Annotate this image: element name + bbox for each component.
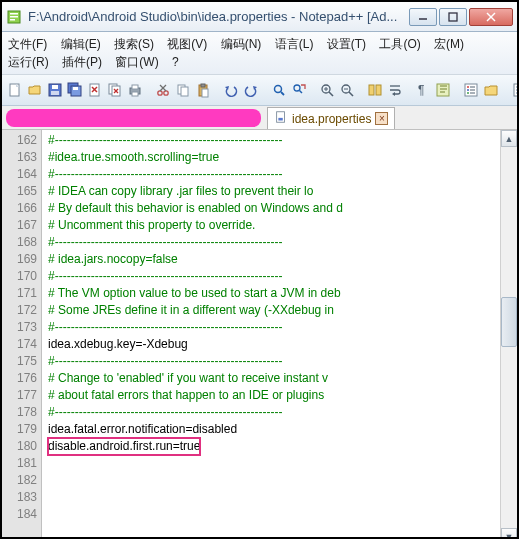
redacted-region (6, 109, 261, 127)
svg-line-39 (329, 92, 333, 96)
svg-rect-10 (52, 85, 58, 89)
menu-encoding[interactable]: 编码(N) (221, 37, 262, 51)
svg-rect-62 (516, 89, 517, 91)
menu-settings[interactable]: 设置(T) (327, 37, 366, 51)
svg-rect-65 (278, 118, 282, 121)
close-button[interactable] (469, 8, 513, 26)
tab-close-icon[interactable]: × (375, 112, 388, 125)
svg-point-25 (158, 91, 162, 95)
svg-rect-46 (376, 85, 381, 95)
svg-point-34 (275, 86, 282, 93)
svg-rect-1 (10, 13, 18, 15)
svg-rect-14 (73, 87, 78, 90)
svg-rect-45 (369, 85, 374, 95)
menu-bar: 文件(F) 编辑(E) 搜索(S) 视图(V) 编码(N) 语言(L) 设置(T… (2, 32, 517, 75)
svg-rect-61 (516, 86, 517, 88)
svg-rect-11 (51, 91, 59, 95)
close-file-icon[interactable] (86, 79, 104, 101)
menu-search[interactable]: 搜索(S) (114, 37, 154, 51)
indent-guide-icon[interactable] (434, 79, 452, 101)
undo-icon[interactable] (222, 79, 240, 101)
app-icon (6, 9, 22, 25)
line-number-gutter: 1621631641651661671681691701711721731741… (2, 130, 42, 539)
cut-icon[interactable] (154, 79, 172, 101)
open-file-icon[interactable] (26, 79, 44, 101)
toolbar: ¶ (2, 75, 517, 106)
svg-point-36 (294, 85, 300, 91)
find-icon[interactable] (270, 79, 288, 101)
code-area[interactable]: #---------------------------------------… (42, 130, 500, 539)
doc-map-icon[interactable] (510, 79, 517, 101)
replace-icon[interactable] (290, 79, 308, 101)
function-list-icon[interactable] (462, 79, 480, 101)
svg-rect-3 (10, 19, 15, 21)
menu-view[interactable]: 视图(V) (167, 37, 207, 51)
menu-tools[interactable]: 工具(O) (379, 37, 420, 51)
svg-rect-23 (132, 85, 138, 89)
maximize-button[interactable] (439, 8, 467, 26)
zoom-in-icon[interactable] (318, 79, 336, 101)
menu-window[interactable]: 窗口(W) (115, 55, 158, 69)
paste-icon[interactable] (194, 79, 212, 101)
scroll-down-button[interactable]: ▼ (501, 528, 517, 539)
close-all-icon[interactable] (106, 79, 124, 101)
title-bar: F:\Android\Android Studio\bin\idea.prope… (2, 2, 517, 32)
tab-label: idea.properties (292, 112, 371, 126)
svg-line-35 (281, 92, 284, 95)
menu-file[interactable]: 文件(F) (8, 37, 47, 51)
svg-rect-33 (202, 89, 208, 97)
zoom-out-icon[interactable] (338, 79, 356, 101)
svg-rect-64 (277, 112, 285, 123)
svg-rect-63 (516, 92, 517, 94)
svg-rect-24 (132, 92, 138, 96)
tab-idea-properties[interactable]: idea.properties × (267, 107, 395, 129)
svg-line-43 (349, 92, 353, 96)
svg-rect-32 (201, 84, 205, 87)
new-file-icon[interactable] (6, 79, 24, 101)
vertical-scrollbar[interactable]: ▲ ▼ (500, 130, 517, 539)
tab-bar: idea.properties × (2, 106, 517, 130)
scroll-up-button[interactable]: ▲ (501, 130, 517, 147)
scroll-thumb[interactable] (501, 297, 517, 347)
svg-line-37 (300, 91, 303, 94)
save-all-icon[interactable] (66, 79, 84, 101)
copy-icon[interactable] (174, 79, 192, 101)
menu-plugins[interactable]: 插件(P) (62, 55, 102, 69)
folder-icon[interactable] (482, 79, 500, 101)
wrap-icon[interactable] (386, 79, 404, 101)
svg-rect-5 (449, 13, 457, 21)
svg-rect-2 (10, 16, 18, 18)
menu-edit[interactable]: 编辑(E) (61, 37, 101, 51)
sync-scroll-icon[interactable] (366, 79, 384, 101)
redo-icon[interactable] (242, 79, 260, 101)
svg-rect-30 (181, 87, 188, 96)
file-icon (274, 110, 288, 127)
menu-language[interactable]: 语言(L) (275, 37, 314, 51)
show-symbols-icon[interactable]: ¶ (414, 79, 432, 101)
print-icon[interactable] (126, 79, 144, 101)
svg-text:¶: ¶ (418, 83, 424, 97)
svg-point-54 (467, 86, 469, 88)
scroll-track[interactable] (501, 147, 517, 528)
menu-run[interactable]: 运行(R) (8, 55, 49, 69)
svg-point-58 (467, 92, 469, 94)
save-icon[interactable] (46, 79, 64, 101)
window-title: F:\Android\Android Studio\bin\idea.prope… (28, 9, 407, 24)
editor: 1621631641651661671681691701711721731741… (2, 130, 517, 539)
svg-point-56 (467, 89, 469, 91)
svg-point-26 (164, 91, 168, 95)
minimize-button[interactable] (409, 8, 437, 26)
menu-macro[interactable]: 宏(M) (434, 37, 464, 51)
menu-help[interactable]: ? (172, 55, 179, 69)
